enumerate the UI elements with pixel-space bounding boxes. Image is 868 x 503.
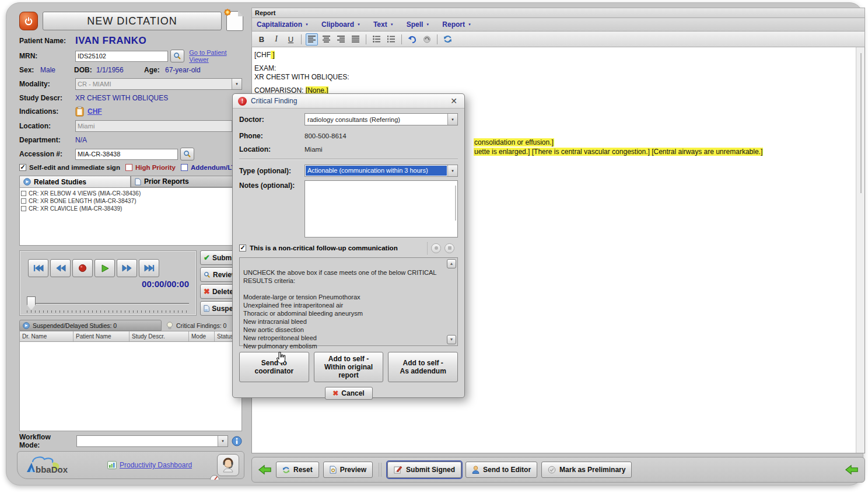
numbered-list-button[interactable]	[385, 33, 397, 46]
support-agent-button[interactable]	[217, 454, 239, 476]
list-item[interactable]: CR: XR ELBOW 4 VIEWS (MIA-CR-38436)	[21, 190, 240, 197]
menu-clipboard[interactable]: Clipboard	[321, 20, 360, 29]
accession-input[interactable]: MIA-CR-38438	[75, 149, 178, 160]
align-right-button[interactable]	[335, 33, 347, 46]
editor-scrollbar[interactable]	[856, 47, 864, 453]
magnifier-icon	[183, 150, 191, 158]
workflow-mode-dropdown[interactable]: ▼	[76, 435, 228, 447]
study-checkbox[interactable]	[21, 191, 26, 196]
tab-related-studies[interactable]: Related Studies	[19, 176, 131, 187]
doctor-value: radiology consultants (Referring)	[305, 116, 400, 123]
notes-textarea[interactable]	[304, 180, 458, 237]
add-to-self-within-report-button[interactable]: Add to self - Within original report	[314, 352, 384, 382]
preview-button[interactable]: Preview	[323, 462, 373, 478]
scrollbar-thumb[interactable]	[860, 53, 862, 193]
menu-report[interactable]: Report	[442, 20, 471, 29]
dialog-title-bar[interactable]: ! Critical Finding ✕	[233, 94, 464, 109]
bold-button[interactable]: B	[256, 33, 268, 46]
delete-label: Delete	[212, 288, 233, 296]
menu-text[interactable]: Text	[373, 20, 394, 29]
menu-spell[interactable]: Spell	[407, 20, 430, 29]
skip-end-button[interactable]	[139, 259, 159, 277]
col-mode[interactable]: Mode	[189, 331, 215, 341]
mrn-input[interactable]: IDS25102	[75, 51, 168, 62]
align-left-button[interactable]	[306, 33, 318, 46]
col-study-descr[interactable]: Study Descr.	[130, 331, 189, 341]
sex-label: Sex:	[19, 66, 40, 74]
high-priority-label: High Priority	[135, 164, 176, 171]
productivity-dashboard-link[interactable]: Productivity Dashboard	[120, 461, 192, 469]
underline-button[interactable]: U	[285, 33, 297, 46]
scroll-up-icon[interactable]: ▲	[447, 259, 456, 268]
col-patient-name[interactable]: Patient Name	[74, 331, 130, 341]
self-edit-checkbox[interactable]	[19, 164, 26, 171]
list-item[interactable]: CR: XR CLAVICLE (MIA-CR-38439)	[21, 205, 240, 212]
play-button[interactable]	[94, 259, 115, 277]
dialog-location-label: Location:	[239, 145, 304, 153]
location-dropdown[interactable]: Miami ▼	[75, 120, 242, 132]
send-to-editor-label: Send to Editor	[483, 466, 531, 474]
skip-start-button[interactable]	[28, 259, 48, 277]
mrn-search-button[interactable]	[170, 50, 184, 62]
back-arrow-icon[interactable]	[258, 464, 272, 475]
addendum-checkbox[interactable]	[181, 164, 188, 171]
phone-label: Phone:	[239, 132, 304, 140]
dialog-location-value: Miami	[304, 146, 323, 153]
doctor-dropdown[interactable]: radiology consultants (Referring) ▼	[304, 113, 458, 125]
submit-signed-button[interactable]: Submit Signed	[387, 462, 461, 478]
fast-forward-button[interactable]	[117, 259, 137, 277]
stop-audio-button[interactable]	[444, 243, 454, 253]
go-to-patient-viewer-link[interactable]: Go to Patient Viewer	[189, 49, 242, 63]
tab-prior-reports[interactable]: Prior Reports	[131, 176, 242, 187]
send-to-editor-button[interactable]: Send to Editor	[466, 462, 537, 478]
type-dropdown[interactable]: Actionable (communication within 3 hours…	[304, 165, 458, 177]
back-arrow-icon[interactable]	[845, 464, 859, 475]
critical-criteria-box[interactable]: UNCHECK the above box if case meets one …	[239, 257, 458, 346]
scroll-down-icon[interactable]: ▼	[447, 335, 456, 344]
refresh-icon	[443, 35, 452, 43]
high-priority-checkbox[interactable]	[125, 164, 132, 171]
send-to-coordinator-button[interactable]: Send to coordinator	[239, 352, 309, 382]
scrollbar-thumb[interactable]	[455, 186, 456, 221]
cancel-button[interactable]: ✖ Cancel	[325, 387, 373, 400]
noncritical-checkbox[interactable]	[239, 244, 246, 252]
record-button[interactable]	[72, 259, 93, 277]
accession-search-button[interactable]	[180, 148, 194, 160]
col-dr-name[interactable]: Dr. Name	[20, 331, 74, 341]
power-button[interactable]	[19, 12, 38, 30]
redo-icon	[423, 36, 431, 43]
rewind-button[interactable]	[50, 259, 71, 277]
mark-preliminary-button[interactable]: Mark as Preliminary	[541, 462, 632, 478]
refresh-button[interactable]	[442, 33, 454, 46]
study-checkbox[interactable]	[21, 198, 26, 204]
magnifier-icon	[204, 271, 211, 278]
slider-thumb[interactable]	[27, 296, 36, 310]
indications-chf-link[interactable]: CHF	[88, 107, 102, 116]
new-dictation-button[interactable]: NEW DICTATION	[43, 12, 222, 30]
info-icon[interactable]	[232, 436, 242, 446]
report-line-exam-label: EXAM:	[254, 64, 854, 73]
add-to-self-addendum-button[interactable]: Add to self - As addendum	[388, 352, 458, 382]
tab-critical-findings[interactable]: Critical Findings: 0	[162, 320, 242, 331]
close-icon[interactable]: ✕	[449, 96, 459, 106]
modality-dropdown[interactable]: CR - MIAMI ▼	[75, 78, 242, 90]
record-audio-button[interactable]	[431, 243, 441, 253]
new-document-icon[interactable]	[226, 11, 243, 31]
align-center-button[interactable]	[320, 33, 332, 46]
study-label: CR: XR CLAVICLE (MIA-CR-38439)	[29, 205, 122, 212]
redo-button[interactable]	[421, 33, 433, 46]
reset-button[interactable]: Reset	[276, 462, 319, 478]
dialog-title: Critical Finding	[251, 97, 297, 105]
report-panel-title: Report	[251, 8, 865, 18]
italic-button[interactable]: I	[270, 33, 282, 46]
patient-name-label: Patient Name:	[19, 37, 75, 45]
undo-button[interactable]	[406, 33, 418, 46]
tab-suspended-studies[interactable]: Suspended/Delayed Studies: 0	[19, 320, 162, 331]
page-fold	[238, 11, 243, 16]
study-checkbox[interactable]	[21, 206, 26, 211]
list-item[interactable]: CR: XR BONE LENGTH (MIA-CR-38437)	[21, 197, 240, 205]
bullet-list-button[interactable]	[370, 33, 383, 46]
align-justify-button[interactable]	[349, 33, 362, 46]
menu-capitalization[interactable]: Capitalization	[257, 20, 309, 29]
playback-slider[interactable]	[27, 296, 189, 312]
